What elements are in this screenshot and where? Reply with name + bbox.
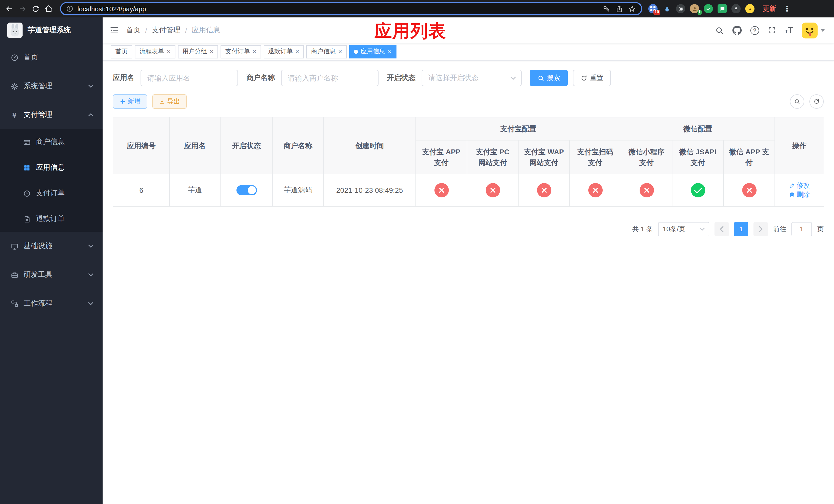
fullscreen-icon[interactable]	[768, 26, 776, 35]
goto-page-input[interactable]	[791, 222, 812, 236]
export-button[interactable]: 导出	[152, 94, 187, 109]
font-size-icon[interactable]: TT	[785, 26, 793, 35]
alipay-wap-status-icon	[537, 183, 551, 198]
sidebar-item-workflow[interactable]: 工作流程	[0, 289, 103, 318]
app-table: 应用编号 应用名 开启状态 商户名称 创建时间 支付宝配置 微信配置 操作 支付…	[113, 117, 824, 207]
close-icon[interactable]: ×	[388, 48, 392, 55]
cell-create-time: 2021-10-23 08:49:25	[323, 174, 416, 206]
sidebar-item-merchant-info[interactable]: 商户信息	[0, 129, 103, 155]
sidebar-item-dev-tools[interactable]: 研发工具	[0, 260, 103, 289]
close-icon[interactable]: ×	[210, 48, 213, 55]
share-icon[interactable]	[615, 5, 623, 13]
sidebar-item-payment[interactable]: ¥ 支付管理	[0, 100, 103, 129]
next-page-button[interactable]	[753, 222, 768, 236]
breadcrumb-current: 应用信息	[192, 26, 221, 35]
extension-globe-icon[interactable]	[676, 4, 685, 13]
tag-home[interactable]: 首页	[111, 45, 132, 58]
tag-user-group[interactable]: 用户分组×	[178, 45, 218, 58]
col-app-name: 应用名	[170, 117, 220, 174]
home-icon[interactable]	[45, 5, 53, 13]
page-size-select[interactable]: 10条/页	[658, 222, 709, 236]
pagination-total: 共 1 条	[632, 225, 653, 234]
breadcrumb-home[interactable]: 首页	[126, 26, 140, 35]
prev-page-button[interactable]	[715, 222, 729, 236]
github-icon[interactable]	[732, 26, 742, 35]
extension-chat-icon[interactable]	[718, 4, 727, 13]
add-button[interactable]: 新增	[113, 94, 147, 109]
logo-rabbit-icon	[7, 23, 23, 38]
app-name-label: 应用名	[113, 73, 134, 83]
tag-payment-orders[interactable]: 支付订单×	[221, 45, 261, 58]
status-select[interactable]: 请选择开启状态	[422, 70, 522, 86]
extension-pin-icon[interactable]	[731, 4, 741, 13]
bookmark-star-icon[interactable]	[628, 5, 636, 13]
forward-icon[interactable]	[19, 5, 27, 13]
user-avatar[interactable]	[802, 22, 825, 38]
browser-update-button[interactable]: 更新	[763, 4, 776, 13]
browser-chrome: localhost:1024/pay/app 10	[0, 0, 834, 18]
status-label: 开启状态	[387, 73, 415, 83]
toggle-search-button[interactable]	[790, 94, 804, 109]
help-icon[interactable]: ?	[750, 26, 759, 35]
sidebar-item-infrastructure[interactable]: 基础设施	[0, 232, 103, 260]
reload-icon[interactable]	[32, 5, 40, 13]
sidebar-item-app-info[interactable]: 应用信息	[0, 155, 103, 181]
breadcrumb-payment[interactable]: 支付管理	[152, 26, 180, 35]
dashboard-icon	[10, 53, 19, 61]
cell-app-id: 6	[113, 174, 170, 206]
extension-check-icon[interactable]	[704, 4, 713, 13]
close-icon[interactable]: ×	[253, 48, 256, 55]
app-name-input[interactable]	[140, 70, 238, 86]
tag-refund-orders[interactable]: 退款订单×	[264, 45, 304, 58]
breadcrumb-separator: /	[145, 26, 147, 35]
app-logo[interactable]: 芋道管理系统	[0, 18, 103, 43]
page-number-button[interactable]: 1	[734, 222, 748, 236]
extension-emoji-icon[interactable]	[745, 4, 754, 13]
sidebar-item-home[interactable]: 首页	[0, 43, 103, 72]
close-icon[interactable]: ×	[167, 48, 171, 55]
refresh-button[interactable]	[809, 94, 824, 109]
sidebar-toggle-icon[interactable]	[110, 26, 119, 35]
close-icon[interactable]: ×	[295, 48, 299, 55]
sidebar-item-system[interactable]: 系统管理	[0, 72, 103, 100]
table-toolbar: 新增 导出	[113, 94, 824, 109]
extension-avatar-icon[interactable]: 1	[690, 4, 699, 13]
sidebar-item-refund-orders[interactable]: 退款订单	[0, 206, 103, 232]
browser-menu-icon[interactable]: ⋮	[782, 4, 792, 13]
app-navbar: 首页 / 支付管理 / 应用信息 ?	[103, 18, 834, 43]
chevron-down-icon	[88, 245, 93, 248]
password-key-icon[interactable]	[603, 5, 610, 13]
chevron-up-icon	[88, 113, 93, 116]
sidebar-item-payment-orders[interactable]: 支付订单	[0, 181, 103, 206]
extension-grid-icon[interactable]: 10	[648, 4, 658, 13]
address-bar[interactable]: localhost:1024/pay/app	[60, 2, 642, 15]
tag-app-info[interactable]: 应用信息×	[349, 45, 396, 58]
cell-merchant: 芋道源码	[272, 174, 323, 206]
close-icon[interactable]: ×	[338, 48, 342, 55]
reset-button[interactable]: 重置	[573, 70, 611, 86]
url-text: localhost:1024/pay/app	[78, 5, 603, 13]
delete-button[interactable]: 删除	[789, 190, 810, 200]
gear-icon	[10, 82, 19, 90]
col-status: 开启状态	[220, 117, 272, 174]
chevron-down-icon	[88, 302, 93, 305]
goto-label: 前往	[773, 225, 786, 234]
tag-merchant-info[interactable]: 商户信息×	[306, 45, 347, 58]
status-toggle[interactable]	[236, 185, 257, 196]
col-group-alipay: 支付宝配置	[416, 117, 621, 140]
search-button[interactable]: 搜索	[530, 70, 568, 86]
col-group-wechat: 微信配置	[621, 117, 775, 140]
download-icon	[159, 98, 165, 105]
extension-drop-icon[interactable]	[662, 4, 672, 13]
navbar-actions: ? TT	[715, 22, 825, 38]
edit-button[interactable]: 修改	[789, 181, 810, 190]
wechat-jsapi-status-icon	[690, 183, 705, 198]
refresh-icon	[813, 98, 820, 105]
tag-process-form[interactable]: 流程表单×	[135, 45, 175, 58]
col-alipay-app: 支付宝 APP 支付	[416, 140, 467, 174]
edit-icon	[789, 183, 795, 189]
search-icon[interactable]	[715, 26, 724, 35]
merchant-name-input[interactable]	[281, 70, 378, 86]
site-info-icon[interactable]	[66, 5, 73, 12]
back-icon[interactable]	[5, 5, 13, 13]
